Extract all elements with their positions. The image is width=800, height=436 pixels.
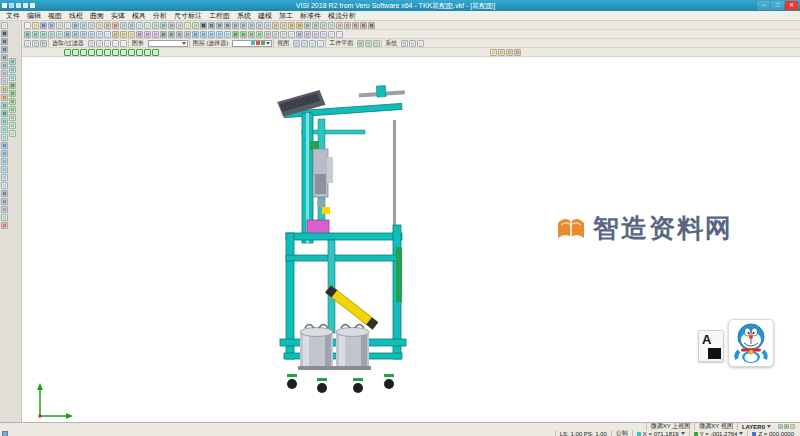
help-icon[interactable] [288,31,295,38]
wp-set-icon[interactable] [357,40,364,47]
intersect-icon[interactable] [80,31,87,38]
qa-redo-icon[interactable] [23,3,28,8]
snap-grid-icon[interactable] [490,49,497,56]
rotate-icon[interactable] [320,22,327,29]
active-pen-icon[interactable] [784,424,789,429]
view-top-icon[interactable] [192,31,199,38]
view-front-icon[interactable] [200,31,207,38]
l-extrude-icon[interactable] [1,118,8,125]
l-curve-icon[interactable] [1,70,8,77]
l-move-icon[interactable] [1,158,8,165]
options-icon[interactable] [368,22,375,29]
sys-info-icon[interactable] [417,40,424,47]
loft-icon[interactable] [48,31,55,38]
sweep-icon[interactable] [40,31,47,38]
open-icon[interactable] [32,22,39,29]
menu-item-0[interactable]: 文件 [3,11,23,21]
toggle-symbol-icon[interactable] [144,49,151,56]
v-fit-icon[interactable] [9,122,16,129]
background-icon[interactable] [320,31,327,38]
menu-item-6[interactable]: 模具 [129,11,149,21]
menu-item-10[interactable]: 系统 [234,11,254,21]
hidden-line-icon[interactable] [176,22,183,29]
v-front-icon[interactable] [9,90,16,97]
v-zoom-icon[interactable] [9,106,16,113]
l-layer-icon[interactable] [1,214,8,221]
extend-icon[interactable] [280,22,287,29]
workplane-info[interactable]: 微调XY 上视图 [646,423,695,430]
cut-icon[interactable] [88,22,95,29]
solid-chamfer-icon[interactable] [96,31,103,38]
snap-end-icon[interactable] [498,49,505,56]
undo-icon[interactable] [72,22,79,29]
dynamic-section-icon[interactable] [152,31,159,38]
erase-icon[interactable] [112,22,119,29]
copy-entity-icon[interactable] [312,22,319,29]
preview-icon[interactable] [64,22,71,29]
menu-item-5[interactable]: 实体 [108,11,128,21]
coordinate-y[interactable]: Y = -001.2764 [689,430,748,436]
revolve-icon[interactable] [32,31,39,38]
paste-icon[interactable] [104,22,111,29]
select-box-icon[interactable] [32,40,39,47]
app-logo-icon[interactable] [2,3,7,8]
menu-item-3[interactable]: 线框 [66,11,86,21]
face-edit-icon[interactable] [104,31,111,38]
rectangle-icon[interactable] [232,22,239,29]
fillet-icon[interactable] [288,22,295,29]
l-text-icon[interactable] [1,198,8,205]
l-circle-icon[interactable] [1,54,8,61]
toggle-arc-icon[interactable] [80,49,87,56]
filter-wire-icon[interactable] [104,40,111,47]
copy-icon[interactable] [96,22,103,29]
v-iso-icon[interactable] [9,98,16,105]
zoom-fit-icon[interactable] [128,22,135,29]
shell-icon[interactable] [56,31,63,38]
active-color-icon[interactable] [778,424,783,429]
minimize-button[interactable]: – [757,1,770,10]
menu-item-11[interactable]: 建模 [255,11,275,21]
dim-linear-icon[interactable] [160,31,167,38]
menu-item-4[interactable]: 曲面 [87,11,107,21]
union-icon[interactable] [64,31,71,38]
toggle-point-icon[interactable] [64,49,71,56]
refresh-icon[interactable] [336,31,343,38]
spline-icon[interactable] [248,22,255,29]
measure-icon[interactable] [336,22,343,29]
select-all-icon[interactable] [24,40,31,47]
arc-icon[interactable] [216,22,223,29]
extrude-icon[interactable] [24,31,31,38]
wp-3points-icon[interactable] [256,31,263,38]
curvature-icon[interactable] [136,31,143,38]
wireframe-icon[interactable] [168,22,175,29]
l-measure-icon[interactable] [1,206,8,213]
settings-icon[interactable] [264,31,271,38]
l-fillet-icon[interactable] [1,94,8,101]
l-rect-icon[interactable] [1,62,8,69]
view-info[interactable]: 微调XY 视图 [694,423,737,430]
wp-align-icon[interactable] [365,40,372,47]
menu-item-8[interactable]: 尺寸标注 [171,11,205,21]
view-iso-icon[interactable] [216,31,223,38]
offset-icon[interactable] [256,22,263,29]
patch-icon[interactable] [112,31,119,38]
v-shade-icon[interactable] [9,58,16,65]
menu-item-14[interactable]: 模流分析 [325,11,359,21]
wp-reset-icon[interactable] [373,40,380,47]
line-icon[interactable] [208,22,215,29]
menu-item-7[interactable]: 分析 [150,11,170,21]
dimension-icon[interactable] [344,22,351,29]
qa-undo-icon[interactable] [16,3,21,8]
l-dim-icon[interactable] [1,190,8,197]
menu-item-2[interactable]: 视图 [45,11,65,21]
chamfer-icon[interactable] [296,22,303,29]
save-as-icon[interactable] [48,22,55,29]
new-icon[interactable] [24,22,31,29]
surface-trim-icon[interactable] [120,31,127,38]
zoom-previous-icon[interactable] [136,22,143,29]
note-icon[interactable] [184,31,191,38]
text-icon[interactable] [352,22,359,29]
view-spin-icon[interactable] [317,40,324,47]
l-select-icon[interactable] [1,22,8,29]
l-rotate-icon[interactable] [1,166,8,173]
